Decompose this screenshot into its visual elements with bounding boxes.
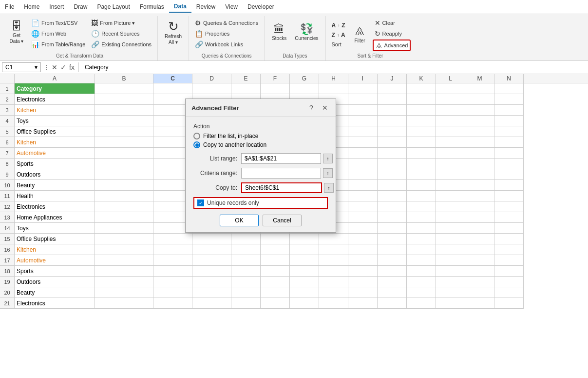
cell-f1[interactable]	[261, 83, 290, 94]
cell-b17[interactable]	[95, 255, 153, 266]
cell-b7[interactable]	[95, 148, 153, 159]
cell-j12[interactable]	[378, 201, 407, 212]
cell-l6[interactable]	[436, 137, 465, 148]
cell-j7[interactable]	[378, 148, 407, 159]
cell-m8[interactable]	[465, 159, 494, 169]
cell-h18[interactable]	[319, 266, 348, 277]
cell-e19[interactable]	[231, 277, 261, 287]
cell-j21[interactable]	[378, 298, 407, 309]
filter-button[interactable]: ⩓ Filter	[349, 20, 371, 49]
cell-j1[interactable]	[378, 83, 407, 94]
cell-e15[interactable]	[231, 234, 261, 244]
cell-n18[interactable]	[494, 266, 524, 277]
cell-k21[interactable]	[407, 298, 436, 309]
cell-a2[interactable]: Electronics	[15, 94, 95, 105]
cell-i19[interactable]	[348, 277, 378, 287]
cell-a20[interactable]: Beauty	[15, 287, 95, 298]
cell-j19[interactable]	[378, 277, 407, 287]
cell-a21[interactable]: Electronics	[15, 298, 95, 309]
cell-l2[interactable]	[436, 94, 465, 105]
cell-d15[interactable]	[192, 234, 231, 244]
cell-n20[interactable]	[494, 287, 524, 298]
cell-i2[interactable]	[348, 94, 378, 105]
cell-i17[interactable]	[348, 255, 378, 266]
cell-f16[interactable]	[261, 244, 290, 255]
cell-e20[interactable]	[231, 287, 261, 298]
cell-i9[interactable]	[348, 169, 378, 180]
menu-review[interactable]: Review	[191, 1, 220, 12]
cell-g20[interactable]	[290, 287, 319, 298]
cell-n11[interactable]	[494, 191, 524, 201]
cell-b8[interactable]	[95, 159, 153, 169]
cell-l15[interactable]	[436, 234, 465, 244]
cell-i3[interactable]	[348, 105, 378, 116]
cell-f17[interactable]	[261, 255, 290, 266]
cell-k17[interactable]	[407, 255, 436, 266]
cell-m14[interactable]	[465, 223, 494, 234]
cell-b19[interactable]	[95, 277, 153, 287]
cell-m5[interactable]	[465, 126, 494, 137]
refresh-all-button[interactable]: ↻ RefreshAll ▾	[162, 18, 185, 47]
cell-f21[interactable]	[261, 298, 290, 309]
cell-l11[interactable]	[436, 191, 465, 201]
cell-n1[interactable]	[494, 83, 524, 94]
sort-button[interactable]: Sort	[330, 40, 347, 48]
cell-a13[interactable]: Home Appliances	[15, 212, 95, 223]
cell-n3[interactable]	[494, 105, 524, 116]
cell-l4[interactable]	[436, 116, 465, 126]
cell-k16[interactable]	[407, 244, 436, 255]
cell-a19[interactable]: Outdoors	[15, 277, 95, 287]
cell-e16[interactable]	[231, 244, 261, 255]
cell-k3[interactable]	[407, 105, 436, 116]
cell-h20[interactable]	[319, 287, 348, 298]
cell-g17[interactable]	[290, 255, 319, 266]
cell-k10[interactable]	[407, 180, 436, 191]
cell-b6[interactable]	[95, 137, 153, 148]
radio-filter-inplace[interactable]: Filter the list, in-place	[193, 133, 328, 139]
cell-d18[interactable]	[192, 266, 231, 277]
dialog-close-button[interactable]: ✕	[320, 103, 330, 113]
cell-k1[interactable]	[407, 83, 436, 94]
list-range-input[interactable]	[241, 153, 321, 164]
cell-b11[interactable]	[95, 191, 153, 201]
queries-connections-button[interactable]: ⚙ Queries & Connections	[193, 18, 260, 28]
cell-i14[interactable]	[348, 223, 378, 234]
cell-n17[interactable]	[494, 255, 524, 266]
menu-draw[interactable]: Draw	[69, 1, 92, 12]
cell-a17[interactable]: Automotive	[15, 255, 95, 266]
cell-m10[interactable]	[465, 180, 494, 191]
cell-j18[interactable]	[378, 266, 407, 277]
cell-g21[interactable]	[290, 298, 319, 309]
cell-l1[interactable]	[436, 83, 465, 94]
cell-l19[interactable]	[436, 277, 465, 287]
from-web-button[interactable]: 🌐 From Web	[29, 29, 87, 39]
cell-e21[interactable]	[231, 298, 261, 309]
cell-l21[interactable]	[436, 298, 465, 309]
cell-j4[interactable]	[378, 116, 407, 126]
cell-h19[interactable]	[319, 277, 348, 287]
cell-m9[interactable]	[465, 169, 494, 180]
cell-m7[interactable]	[465, 148, 494, 159]
cell-a12[interactable]: Electronics	[15, 201, 95, 212]
cell-b10[interactable]	[95, 180, 153, 191]
cell-i6[interactable]	[348, 137, 378, 148]
cell-b16[interactable]	[95, 244, 153, 255]
cell-j14[interactable]	[378, 223, 407, 234]
cell-l17[interactable]	[436, 255, 465, 266]
cell-b14[interactable]	[95, 223, 153, 234]
sort-az-button[interactable]: A↑Z	[330, 21, 347, 30]
cell-g15[interactable]	[290, 234, 319, 244]
cell-j17[interactable]	[378, 255, 407, 266]
cell-b3[interactable]	[95, 105, 153, 116]
cell-i12[interactable]	[348, 201, 378, 212]
cell-c18[interactable]	[153, 266, 192, 277]
cell-d1[interactable]	[192, 83, 231, 94]
cell-m11[interactable]	[465, 191, 494, 201]
cell-j15[interactable]	[378, 234, 407, 244]
cell-l5[interactable]	[436, 126, 465, 137]
cell-m12[interactable]	[465, 201, 494, 212]
confirm-formula-icon[interactable]: ✓	[60, 63, 66, 71]
get-data-button[interactable]: 🗄 GetData ▾	[6, 18, 27, 47]
cell-g18[interactable]	[290, 266, 319, 277]
clear-button[interactable]: ✕ Clear	[373, 18, 411, 28]
